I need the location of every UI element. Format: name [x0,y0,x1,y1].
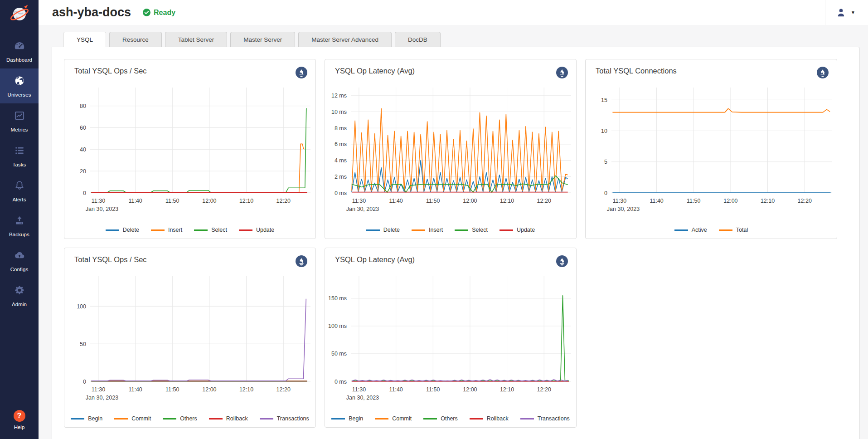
prometheus-icon[interactable] [296,67,307,78]
chart-canvas[interactable]: 11:30Jan 30, 202311:4011:5012:0012:1012:… [586,81,836,214]
tab-ysql[interactable]: YSQL [63,32,106,47]
legend-item-update[interactable]: Update [499,227,535,233]
sidebar-item-backups[interactable]: Backups [0,208,39,243]
tasks-icon [14,145,25,158]
chart-canvas[interactable]: 11:30Jan 30, 202311:4011:5012:0012:1012:… [65,81,315,214]
configs-cloud-icon [14,249,25,263]
chart-canvas[interactable]: 11:30Jan 30, 202311:4011:5012:0012:1012:… [325,81,576,214]
sidebar-item-tasks[interactable]: Tasks [0,138,39,173]
x-axis-tick: 11:30 [613,198,626,204]
legend-swatch [719,229,732,231]
legend-item-total[interactable]: Total [719,227,748,233]
sidebar-item-admin[interactable]: Admin [0,278,39,313]
chart-date-label: Jan 30, 2023 [607,206,640,212]
legend-label: Update [256,227,274,233]
legend-item-delete[interactable]: Delete [366,227,400,233]
sidebar-item-universes[interactable]: Universes [0,68,39,103]
legend-label: Delete [383,227,400,233]
chart-canvas[interactable]: 11:30Jan 30, 202311:4011:5012:0012:1012:… [65,270,315,402]
legend-swatch [194,229,208,231]
y-axis-tick: 0 ms [335,190,347,196]
legend-item-update[interactable]: Update [239,227,274,233]
legend-item-active[interactable]: Active [674,227,707,233]
legend-item-commit[interactable]: Commit [114,415,151,422]
x-axis-tick: 11:50 [687,198,700,204]
dashboard-icon [14,40,25,54]
charts-grid: Total YSQL Ops / Sec11:30Jan 30, 202311:… [64,59,848,428]
metrics-icon [14,110,25,123]
x-axis-tick: 12:00 [463,198,477,204]
legend-swatch [375,418,388,419]
legend-label: Total [736,227,748,233]
legend-item-insert[interactable]: Insert [412,227,443,233]
prometheus-icon[interactable] [296,255,307,267]
app-sidebar: DashboardUniversesMetricsTasksAlertsBack… [0,0,39,439]
tab-resource[interactable]: Resource [109,32,162,47]
question-mark-icon: ? [14,410,25,422]
chart-title: Total YSQL Ops / Sec [74,67,147,75]
legend-label: Update [517,227,535,233]
legend-item-transactions[interactable]: Transactions [520,415,570,422]
sidebar-item-configs[interactable]: Configs [0,243,39,278]
legend-label: Insert [429,227,443,233]
tab-master-server[interactable]: Master Server [230,32,295,47]
sidebar-item-label: Backups [9,232,29,237]
legend-label: Commit [131,415,151,422]
admin-gear-icon [14,284,25,298]
y-axis-tick: 15 [601,97,607,103]
legend-item-insert[interactable]: Insert [151,227,182,233]
chart-panel-2: YSQL Op Latency (Avg)11:30Jan 30, 202311… [325,59,577,239]
legend-item-begin[interactable]: Begin [71,415,102,422]
legend-item-select[interactable]: Select [455,227,488,233]
legend-swatch [260,418,273,419]
sidebar-nav: DashboardUniversesMetricsTasksAlertsBack… [0,34,39,313]
chart-canvas[interactable]: 11:30Jan 30, 202311:4011:5012:0012:1012:… [325,270,576,402]
chart-title: Total YSQL Ops / Sec [74,255,147,264]
x-axis-tick: 12:20 [276,386,291,393]
chart-panel-header: Total YSQL Ops / Sec [64,248,315,269]
sidebar-item-metrics[interactable]: Metrics [0,103,39,138]
chart-legend: BeginCommitOthersRollbackTransactions [64,415,315,427]
legend-item-others[interactable]: Others [423,415,458,422]
y-axis-tick: 50 ms [331,351,347,357]
legend-item-rollback[interactable]: Rollback [209,415,248,422]
planet-rocket-icon [9,3,30,24]
x-axis-tick: 11:30 [92,386,105,393]
sidebar-item-label: Help [14,424,25,430]
x-axis-tick: 12:20 [276,198,291,204]
series-line-insert [91,144,304,192]
tab-master-server-advanced[interactable]: Master Server Advanced [298,32,392,47]
sidebar-item-label: Configs [10,267,29,272]
prometheus-icon[interactable] [556,255,568,267]
x-axis-tick: 12:00 [463,386,477,393]
universes-globe-icon [14,75,25,88]
check-circle-icon [143,9,150,16]
legend-item-transactions[interactable]: Transactions [260,415,309,422]
legend-item-select[interactable]: Select [194,227,227,233]
legend-label: Active [692,227,707,233]
x-axis-tick: 11:50 [165,198,179,204]
series-line-total [612,108,830,112]
user-menu-button[interactable]: ▼ [825,0,868,25]
yugabyte-logo[interactable] [0,0,39,27]
chart-date-label: Jan 30, 2023 [346,206,379,212]
sidebar-item-alerts[interactable]: Alerts [0,173,39,208]
legend-swatch [470,418,483,419]
sidebar-item-help[interactable]: ? Help [0,405,39,434]
prometheus-icon[interactable] [556,67,568,78]
tab-docdb[interactable]: DocDB [395,32,441,47]
user-icon [835,7,847,18]
legend-item-delete[interactable]: Delete [106,227,139,233]
y-axis-tick: 10 [601,128,607,134]
legend-item-begin[interactable]: Begin [331,415,363,422]
legend-item-rollback[interactable]: Rollback [470,415,509,422]
legend-swatch [412,229,425,231]
legend-item-others[interactable]: Others [163,415,197,422]
legend-item-commit[interactable]: Commit [375,415,412,422]
prometheus-icon[interactable] [817,67,829,78]
tab-tablet-server[interactable]: Tablet Server [165,32,228,47]
chart-panel-4: Total YSQL Ops / Sec11:30Jan 30, 202311:… [64,248,316,428]
sidebar-item-label: Alerts [13,197,26,202]
y-axis-tick: 4 ms [335,157,347,164]
sidebar-item-dashboard[interactable]: Dashboard [0,34,39,68]
